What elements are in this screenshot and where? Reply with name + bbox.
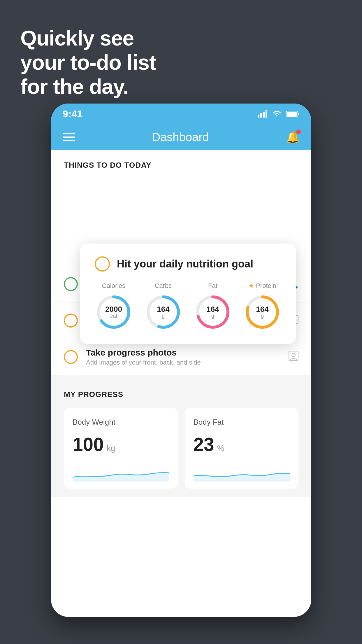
body-weight-sparkline [73,464,169,482]
fat-unit: g [206,313,219,319]
body-weight-card-title: Body Weight [73,418,169,427]
svg-rect-6 [298,113,299,115]
svg-rect-5 [287,112,297,116]
status-bar: 9:41 [51,104,311,124]
todo-title-photos: Take progress photos [86,348,280,358]
signal-icon [258,110,268,118]
progress-section-title: MY PROGRESS [64,390,298,399]
battery-icon [286,110,300,117]
todo-item-photos[interactable]: Take progress photos Add images of your … [51,339,311,375]
carbs-value: 164 [157,305,169,313]
body-fat-card-title: Body Fat [194,418,290,427]
todo-circle-photos [64,350,78,364]
macro-fat: Fat 164 g [194,282,232,331]
app-header: Dashboard 🔔 [51,124,311,150]
body-weight-card[interactable]: Body Weight 100 kg [64,408,178,489]
nutrition-card-title: Hit your daily nutrition goal [117,258,253,270]
protein-label-row: ★ Protein [248,282,276,290]
wifi-icon [272,110,282,118]
macro-calories: Calories 2000 cal [95,282,133,331]
notifications-button[interactable]: 🔔 [286,131,300,144]
macro-carbs: Carbs 164 g [144,282,182,331]
progress-cards: Body Weight 100 kg Body Fat 23 % [64,408,298,489]
svg-rect-2 [263,112,265,118]
calories-label: Calories [102,282,126,290]
svg-rect-19 [289,351,298,360]
body-fat-sparkline [194,464,290,482]
notification-badge [296,130,301,134]
protein-value: 164 [256,305,268,313]
status-icons [258,110,300,118]
fat-donut: 164 g [194,293,232,331]
body-fat-value: 23 [194,434,214,455]
macro-protein: ★ Protein 164 g [243,282,281,331]
svg-point-20 [292,353,295,357]
calories-value: 2000 [105,305,122,313]
fat-value: 164 [206,305,219,313]
nutrition-circle-check [95,256,110,272]
protein-unit: g [256,313,268,319]
things-to-do-label: THINGS TO DO TODAY [51,150,311,176]
body-weight-unit: kg [107,444,115,453]
body-fat-card[interactable]: Body Fat 23 % [185,408,299,489]
todo-sub-photos: Add images of your front, back, and side [86,359,280,366]
svg-rect-1 [260,113,262,118]
calories-donut: 2000 cal [95,293,133,331]
carbs-unit: g [157,313,169,319]
nutrition-card[interactable]: Hit your daily nutrition goal Calories 2… [80,244,296,344]
calories-unit: cal [105,313,122,319]
headline: Quickly see your to-do list for the day. [20,26,156,99]
header-title: Dashboard [152,131,209,144]
photos-icon [289,351,298,363]
body-weight-value-row: 100 kg [73,434,169,455]
protein-star-icon: ★ [248,282,254,290]
body-weight-value: 100 [73,434,104,455]
svg-rect-0 [258,115,259,118]
status-time: 9:41 [63,108,82,120]
menu-button[interactable] [63,133,75,141]
body-fat-value-row: 23 % [194,434,290,455]
protein-label: Protein [256,282,276,290]
todo-text-photos: Take progress photos Add images of your … [86,348,280,366]
carbs-label: Carbs [155,282,172,290]
progress-section: MY PROGRESS Body Weight 100 kg Body Fat … [51,375,311,497]
phone-mockup: 9:41 D [51,104,311,617]
macros-row: Calories 2000 cal Carbs [95,282,281,331]
fat-label: Fat [208,282,217,290]
carbs-donut: 164 g [144,293,182,331]
todo-circle-body-stats [64,314,78,328]
todo-circle-running [64,277,78,291]
svg-rect-3 [266,110,267,118]
protein-donut: 164 g [243,293,281,331]
body-fat-unit: % [217,444,224,453]
